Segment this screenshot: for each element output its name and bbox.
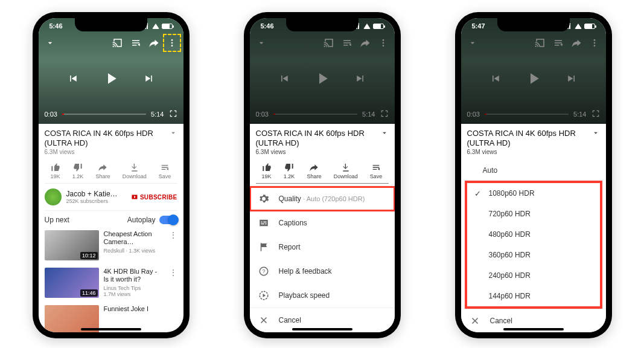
collapse-icon bbox=[256, 37, 267, 48]
related-video-1[interactable]: 10:12 Cheapest Action Camera…Redskull · … bbox=[45, 227, 177, 264]
wifi-icon bbox=[363, 24, 371, 29]
channel-avatar[interactable] bbox=[45, 188, 62, 205]
more-options-icon bbox=[378, 37, 389, 48]
video-title: COSTA RICA IN 4K 60fps HDR (ULTRA HD) bbox=[45, 129, 169, 147]
save-button[interactable]: Save bbox=[159, 163, 171, 179]
queue-icon bbox=[342, 37, 352, 48]
queue-icon[interactable] bbox=[130, 37, 141, 48]
svg-point-1 bbox=[171, 42, 173, 44]
next-icon[interactable] bbox=[143, 72, 155, 87]
autoplay-toggle[interactable] bbox=[159, 216, 177, 224]
channel-subs: 252K subscribers bbox=[66, 198, 126, 204]
item-more-icon[interactable]: ⋮ bbox=[169, 268, 177, 298]
channel-row[interactable]: Jacob + Katie… 252K subscribers SUBSCRIB… bbox=[45, 184, 177, 211]
captions-option[interactable]: Captions bbox=[250, 211, 395, 235]
thumbnail[interactable]: 11:46 bbox=[45, 268, 99, 298]
item-more-icon[interactable]: ⋮ bbox=[169, 230, 177, 260]
flag-icon bbox=[258, 242, 269, 253]
playback-speed-option[interactable]: Playback speed bbox=[250, 283, 395, 308]
battery-icon bbox=[584, 24, 595, 29]
video-player[interactable]: 0:03 5:14 bbox=[39, 18, 183, 124]
svg-point-3 bbox=[382, 39, 384, 41]
time-elapsed: 0:03 bbox=[45, 111, 57, 118]
notch bbox=[286, 18, 359, 31]
options-sheet: Quality · Auto (720p60 HDR) Captions Rep… bbox=[250, 187, 395, 332]
next-icon bbox=[354, 72, 366, 87]
close-icon bbox=[470, 315, 480, 326]
cast-icon[interactable] bbox=[112, 37, 123, 48]
quality-144p[interactable]: 144p60 HDR bbox=[467, 286, 600, 306]
svg-point-11 bbox=[593, 45, 595, 47]
svg-point-2 bbox=[171, 45, 173, 47]
quality-240p[interactable]: 240p60 HDR bbox=[467, 265, 600, 286]
speed-icon bbox=[258, 290, 269, 301]
more-options-icon[interactable] bbox=[167, 37, 177, 48]
help-option[interactable]: ?Help & feedback bbox=[250, 259, 395, 283]
cast-icon bbox=[324, 37, 334, 48]
video-views: 6.3M views bbox=[45, 149, 169, 155]
close-icon bbox=[258, 315, 269, 326]
gear-icon bbox=[258, 193, 269, 204]
share-button[interactable]: Share bbox=[95, 163, 110, 179]
status-time: 5:47 bbox=[472, 22, 485, 30]
quality-360p[interactable]: 360p60 HDR bbox=[467, 245, 600, 265]
dislike-button[interactable]: 1.2K bbox=[72, 163, 84, 179]
autoplay-label: Autoplay bbox=[127, 216, 156, 224]
svg-point-10 bbox=[593, 42, 595, 44]
svg-point-4 bbox=[382, 42, 384, 44]
battery-icon bbox=[162, 24, 173, 29]
wifi-icon bbox=[575, 24, 582, 29]
notch bbox=[497, 18, 570, 31]
quality-480p[interactable]: 480p60 HDR bbox=[467, 224, 600, 245]
video-player: 0:035:14 bbox=[250, 18, 395, 124]
battery-icon bbox=[373, 24, 384, 29]
up-next-label: Up next bbox=[45, 216, 69, 224]
like-button[interactable]: 19K bbox=[51, 163, 60, 179]
player-controls bbox=[39, 69, 183, 90]
report-option[interactable]: Report bbox=[250, 235, 395, 259]
seek-bar[interactable] bbox=[62, 114, 146, 115]
notch bbox=[75, 18, 147, 31]
quality-720p[interactable]: 720p60 HDR bbox=[467, 204, 600, 224]
home-indicator bbox=[503, 328, 564, 330]
quality-option[interactable]: Quality · Auto (720p60 HDR) bbox=[250, 187, 395, 211]
quality-sheet: Auto 1080p60 HDR 720p60 HDR 480p60 HDR 3… bbox=[461, 160, 606, 332]
fullscreen-icon bbox=[380, 109, 389, 119]
phone-1: 5:46 bbox=[33, 12, 190, 338]
thumbnail[interactable]: 10:12 bbox=[45, 230, 99, 260]
subscribe-button[interactable]: SUBSCRIBE bbox=[131, 193, 177, 201]
play-icon[interactable] bbox=[102, 69, 120, 90]
expand-icon[interactable] bbox=[169, 129, 177, 155]
quality-auto[interactable]: Auto bbox=[461, 160, 606, 181]
svg-point-5 bbox=[382, 45, 384, 47]
status-time: 5:46 bbox=[261, 22, 274, 30]
quality-1080p[interactable]: 1080p60 HDR bbox=[467, 183, 600, 204]
prev-icon[interactable] bbox=[67, 72, 79, 87]
share-icon[interactable] bbox=[148, 37, 159, 48]
channel-name: Jacob + Katie… bbox=[66, 190, 126, 198]
time-duration: 5:14 bbox=[151, 111, 164, 118]
status-time: 5:46 bbox=[49, 22, 63, 30]
wifi-icon bbox=[152, 24, 159, 29]
home-indicator bbox=[81, 328, 141, 330]
phone-2: 5:46 0:035:14 COSTA RICA IN 4K 60fps HDR… bbox=[244, 12, 401, 338]
svg-point-9 bbox=[593, 39, 595, 41]
fullscreen-icon bbox=[591, 109, 600, 119]
fullscreen-icon[interactable] bbox=[169, 109, 177, 119]
share-icon bbox=[360, 37, 371, 48]
home-indicator bbox=[292, 328, 352, 330]
svg-point-0 bbox=[171, 39, 173, 41]
prev-icon bbox=[278, 72, 290, 87]
phone-3: 5:47 0:035:14 COSTA RICA IN 4K 60fps HDR… bbox=[455, 12, 612, 338]
svg-text:?: ? bbox=[262, 268, 265, 274]
captions-icon bbox=[258, 218, 269, 228]
video-title-row[interactable]: COSTA RICA IN 4K 60fps HDR (ULTRA HD) 6.… bbox=[45, 129, 177, 155]
collapse-icon[interactable] bbox=[45, 37, 56, 48]
play-icon bbox=[313, 69, 331, 90]
help-icon: ? bbox=[258, 266, 269, 277]
video-player: 0:035:14 bbox=[461, 18, 606, 124]
download-button[interactable]: Download bbox=[123, 163, 147, 179]
related-video-2[interactable]: 11:46 4K HDR Blu Ray - Is it worth it?Li… bbox=[45, 264, 177, 301]
